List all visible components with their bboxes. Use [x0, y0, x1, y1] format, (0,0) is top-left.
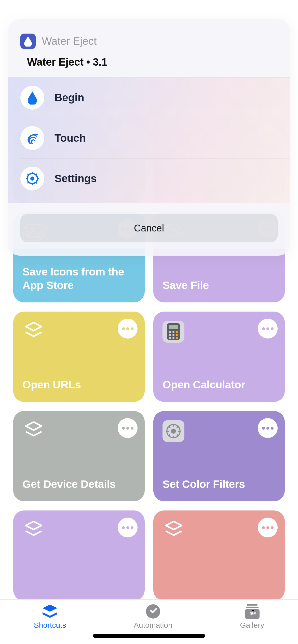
card-more-button[interactable] — [118, 418, 138, 438]
shortcut-title: Open URLs — [22, 378, 136, 392]
automation-tab-icon — [145, 604, 161, 619]
shortcut-title: Save File — [162, 279, 276, 292]
shortcut-title: Open Calculator — [162, 378, 276, 392]
svg-point-7 — [176, 331, 178, 333]
svg-line-22 — [168, 434, 170, 436]
sheet-title: Water Eject • 3.1 — [20, 56, 278, 68]
svg-point-9 — [172, 334, 174, 336]
svg-line-21 — [177, 426, 179, 428]
card-more-button[interactable] — [258, 518, 278, 537]
svg-line-36 — [36, 174, 37, 175]
svg-point-23 — [171, 429, 176, 434]
svg-line-20 — [177, 434, 179, 436]
card-more-button[interactable] — [258, 418, 278, 438]
svg-point-8 — [169, 334, 171, 336]
option-label: Settings — [55, 172, 97, 185]
svg-point-12 — [172, 337, 174, 339]
shortcut-card-open-calculator[interactable]: Open Calculator — [153, 312, 285, 402]
card-more-button[interactable] — [118, 319, 138, 339]
svg-point-38 — [30, 177, 34, 181]
option-label: Begin — [55, 92, 84, 104]
svg-line-34 — [28, 174, 29, 175]
svg-point-5 — [169, 331, 171, 333]
sheet-header: Water Eject Water Eject • 3.1 — [8, 19, 290, 78]
sheet-footer: Cancel — [8, 203, 290, 256]
cancel-button[interactable]: Cancel — [20, 214, 278, 242]
option-settings[interactable]: Settings — [20, 158, 290, 203]
svg-point-13 — [176, 337, 178, 339]
svg-line-37 — [28, 182, 29, 183]
shortcut-icon — [22, 520, 45, 542]
shortcut-icon — [22, 321, 45, 343]
tab-automation[interactable]: Automation — [134, 604, 172, 630]
svg-rect-25 — [247, 604, 258, 606]
svg-line-19 — [168, 426, 170, 428]
home-indicator — [93, 634, 205, 638]
option-begin[interactable]: Begin — [8, 78, 290, 118]
shortcuts-tab-icon — [42, 604, 58, 619]
gear-icon — [20, 167, 44, 191]
svg-point-11 — [169, 337, 171, 339]
svg-point-10 — [176, 334, 178, 336]
water-eject-app-icon — [20, 34, 36, 49]
water-drop-icon — [20, 86, 44, 110]
tab-label: Shortcuts — [34, 621, 66, 630]
svg-rect-4 — [169, 325, 178, 329]
svg-point-6 — [172, 331, 174, 333]
shortcut-card-get-device[interactable]: Get Device Details — [13, 411, 145, 501]
calculator-app-icon — [162, 321, 184, 343]
tab-shortcuts[interactable]: Shortcuts — [34, 604, 66, 630]
option-touch[interactable]: Touch — [20, 118, 290, 158]
shortcut-icon — [162, 520, 185, 542]
tab-label: Automation — [134, 621, 172, 630]
shortcut-card[interactable] — [13, 510, 145, 601]
fingerprint-icon — [20, 126, 44, 150]
gallery-tab-icon — [244, 604, 260, 619]
card-more-button[interactable] — [118, 518, 138, 537]
svg-line-35 — [36, 182, 37, 183]
shortcut-card-open-urls[interactable]: Open URLs — [13, 312, 145, 402]
svg-rect-26 — [246, 607, 259, 608]
card-more-button[interactable] — [258, 319, 278, 339]
settings-app-icon — [162, 420, 184, 442]
shortcut-card-color-filters[interactable]: Set Color Filters — [153, 411, 285, 501]
action-sheet: Water Eject Water Eject • 3.1 Begin Touc… — [8, 19, 290, 256]
shortcut-icon — [22, 420, 45, 443]
tab-label: Gallery — [240, 621, 264, 630]
sheet-app-name: Water Eject — [42, 35, 97, 47]
shortcut-card[interactable] — [153, 510, 285, 601]
shortcut-title: Set Color Filters — [162, 477, 276, 491]
shortcut-title: Save Icons from the App Store — [22, 265, 136, 292]
shortcut-title: Get Device Details — [22, 477, 136, 491]
option-label: Touch — [55, 132, 86, 144]
tab-gallery[interactable]: Gallery — [240, 604, 264, 630]
sheet-options: Begin Touch Settings — [8, 78, 290, 203]
